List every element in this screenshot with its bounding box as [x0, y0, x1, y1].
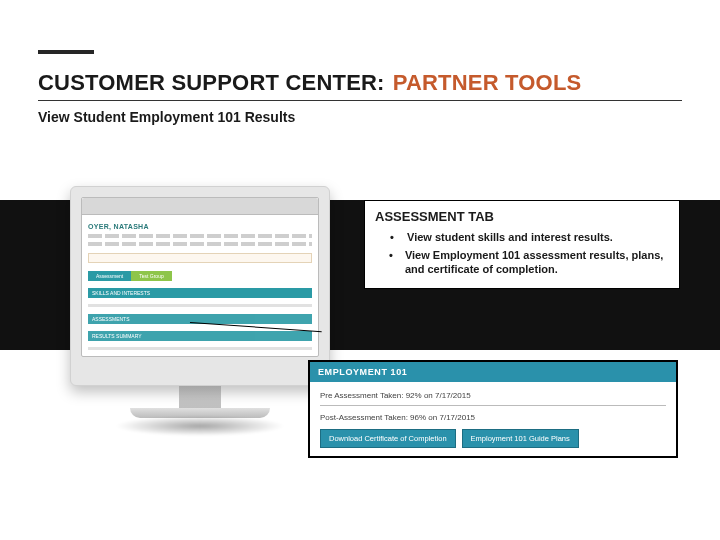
card-item: • View Employment 101 assessment results…: [375, 246, 673, 278]
title-plain: CUSTOMER SUPPORT CENTER:: [38, 70, 385, 96]
screen-tabs: Assessment Test Group: [88, 271, 312, 281]
card-list: • View student skills and interest resul…: [375, 228, 673, 278]
screen-user-name: OYER, NATASHA: [88, 223, 312, 230]
page-subtitle: View Student Employment 101 Results: [38, 109, 682, 125]
bullet-icon: •: [389, 230, 395, 244]
bullet-icon: •: [389, 248, 393, 276]
divider: [320, 405, 666, 406]
employment-101-heading: EMPLOYMENT 101: [310, 362, 676, 382]
section-skills: SKILLS AND INTERESTS: [88, 288, 312, 298]
section-results: RESULTS SUMMARY: [88, 331, 312, 341]
employment-101-buttons: Download Certificate of Completion Emplo…: [320, 429, 666, 448]
screen-header-bar: [82, 198, 318, 215]
screen-detail-row: [88, 242, 312, 246]
guide-plans-button[interactable]: Employment 101 Guide Plans: [462, 429, 579, 448]
card-item-text: View Employment 101 assessment results, …: [405, 248, 673, 276]
tab-assessment[interactable]: Assessment: [88, 271, 131, 281]
accent-bar: [38, 50, 94, 54]
monitor-mockup: OYER, NATASHA Assessment Test Group SKIL…: [70, 186, 330, 436]
monitor-stand-neck: [179, 386, 221, 408]
tab-test-group[interactable]: Test Group: [131, 271, 171, 281]
page-title: CUSTOMER SUPPORT CENTER: PARTNER TOOLS: [38, 70, 682, 101]
card-heading: ASSESSMENT TAB: [375, 209, 673, 224]
title-highlight: PARTNER TOOLS: [393, 70, 582, 96]
card-item-text: View student skills and interest results…: [407, 230, 613, 244]
screen-note-panel: [88, 253, 312, 264]
download-certificate-button[interactable]: Download Certificate of Completion: [320, 429, 456, 448]
monitor-shadow: [115, 416, 285, 436]
section-content-line: [88, 347, 312, 350]
post-assessment-line: Post-Assessment Taken: 96% on 7/17/2015: [320, 410, 666, 425]
screen-detail-row: [88, 234, 312, 238]
card-item: • View student skills and interest resul…: [375, 228, 673, 246]
employment-101-panel: EMPLOYMENT 101 Pre Assessment Taken: 92%…: [308, 360, 678, 458]
monitor-screen: OYER, NATASHA Assessment Test Group SKIL…: [81, 197, 319, 357]
pre-assessment-line: Pre Assessment Taken: 92% on 7/17/2015: [320, 388, 666, 403]
section-content-line: [88, 304, 312, 307]
assessment-card: ASSESSMENT TAB • View student skills and…: [364, 200, 680, 289]
monitor-bezel: OYER, NATASHA Assessment Test Group SKIL…: [70, 186, 330, 386]
employment-101-body: Pre Assessment Taken: 92% on 7/17/2015 P…: [310, 382, 676, 456]
